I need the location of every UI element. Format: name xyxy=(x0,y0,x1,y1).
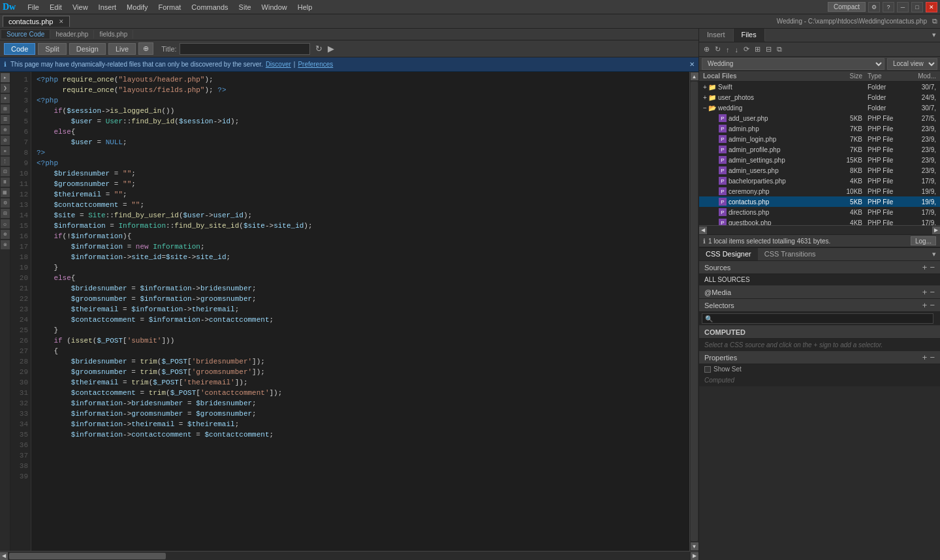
sidebar-icon-14[interactable]: ⊟ xyxy=(1,209,10,218)
sidebar-icon-17[interactable]: ⊗ xyxy=(1,240,10,249)
list-item[interactable]: P admin_users.php 8KB PHP File 23/9, xyxy=(699,165,940,176)
file-tab-fields[interactable]: fields.php xyxy=(94,30,133,39)
sidebar-icon-8[interactable]: ≡ xyxy=(1,146,10,155)
sidebar-icon-15[interactable]: ☺ xyxy=(1,219,10,228)
code-button[interactable]: Code xyxy=(4,43,35,55)
sidebar-icon-4[interactable]: ⊞ xyxy=(1,104,10,114)
title-input[interactable] xyxy=(180,43,310,55)
menu-site[interactable]: Site xyxy=(234,2,257,12)
minimize-button[interactable]: ─ xyxy=(897,2,909,12)
media-add-icon[interactable]: + xyxy=(922,287,928,297)
sources-remove-icon[interactable]: − xyxy=(930,262,935,272)
panel-options-icon[interactable]: ▾ xyxy=(928,29,940,42)
source-code-label[interactable]: Source Code xyxy=(1,30,50,39)
sidebar-icon-16[interactable]: ⊕ xyxy=(1,230,10,239)
sidebar-icon-1[interactable]: ▸ xyxy=(1,73,10,82)
tab-insert[interactable]: Insert xyxy=(699,29,734,42)
close-button[interactable]: ✕ xyxy=(926,2,937,12)
app-settings-icon[interactable]: ⚙ xyxy=(868,2,880,12)
properties-add-icon[interactable]: + xyxy=(922,352,928,362)
selectors-remove-icon[interactable]: − xyxy=(930,300,935,310)
menu-window[interactable]: Window xyxy=(257,2,292,12)
refresh-icon[interactable]: ↻ xyxy=(315,44,322,54)
sidebar-icon-11[interactable]: Ⅲ xyxy=(1,178,10,187)
help-icon[interactable]: ? xyxy=(883,2,894,12)
media-remove-icon[interactable]: − xyxy=(930,287,935,297)
sidebar-icon-2[interactable]: ❯ xyxy=(1,84,10,93)
maximize-button[interactable]: □ xyxy=(911,2,923,12)
sidebar-icon-12[interactable]: ▦ xyxy=(1,188,10,197)
files-hscroll[interactable]: ◀ ▶ xyxy=(699,225,940,234)
menu-file[interactable]: File xyxy=(22,2,44,12)
list-item[interactable]: P admin_login.php 7KB PHP File 23/9, xyxy=(699,134,940,144)
list-item[interactable]: P bachelorparties.php 4KB PHP File 17/9, xyxy=(699,176,940,186)
sidebar-icon-13[interactable]: ⚙ xyxy=(1,198,10,208)
sidebar-icon-10[interactable]: ⊡ xyxy=(1,167,10,176)
list-item[interactable]: + 📁 user_photos Folder 24/9, xyxy=(699,92,940,102)
selectors-add-icon[interactable]: + xyxy=(922,300,928,310)
files-up-icon[interactable]: ↑ xyxy=(724,45,732,54)
file-tab-header[interactable]: header.php xyxy=(50,30,94,39)
files-server-icon[interactable]: ⊞ xyxy=(753,44,762,54)
all-sources-row[interactable]: ALL SOURCES xyxy=(699,274,940,286)
sidebar-icon-9[interactable]: ⋮ xyxy=(1,157,10,166)
discover-link[interactable]: Discover xyxy=(266,61,291,68)
menu-commands[interactable]: Commands xyxy=(186,2,233,12)
sidebar-icon-5[interactable]: ☰ xyxy=(1,115,10,124)
files-expand-icon[interactable]: ⧉ xyxy=(775,44,784,54)
files-connect-icon[interactable]: ⊕ xyxy=(702,44,712,54)
selectors-search[interactable] xyxy=(702,313,933,324)
tab-close-icon[interactable]: ✕ xyxy=(59,18,64,25)
css-designer-tab[interactable]: CSS Designer xyxy=(699,248,758,260)
type-header: Type xyxy=(868,72,913,80)
css-panel-options[interactable]: ▾ xyxy=(928,248,940,260)
sidebar-icon-3[interactable]: ✦ xyxy=(1,94,10,103)
live-button[interactable]: Live xyxy=(108,43,136,55)
list-item[interactable]: P admin_profile.php 7KB PHP File 23/9, xyxy=(699,144,940,155)
list-item[interactable]: P add_user.php 5KB PHP File 27/5, xyxy=(699,113,940,123)
preferences-link[interactable]: Preferences xyxy=(298,61,333,68)
info-close-icon[interactable]: ✕ xyxy=(689,61,695,68)
files-sync-icon[interactable]: ⟳ xyxy=(742,44,751,54)
file-tree[interactable]: + 📁 Swift Folder 30/7, + 📁 user_photos F… xyxy=(699,82,940,225)
compact-button[interactable]: Compact xyxy=(828,2,866,12)
split-button[interactable]: Split xyxy=(38,43,66,55)
active-tab[interactable]: contactus.php ✕ xyxy=(3,16,70,27)
vertical-scrollbar[interactable]: ▲ ▼ xyxy=(689,72,698,551)
sidebar-icon-7[interactable]: ⊘ xyxy=(1,136,10,145)
files-refresh-icon[interactable]: ↻ xyxy=(713,44,723,54)
sidebar-icon-6[interactable]: ⊕ xyxy=(1,125,10,134)
menu-format[interactable]: Format xyxy=(153,2,187,12)
view-select[interactable]: Local view xyxy=(887,58,937,70)
menu-modify[interactable]: Modify xyxy=(121,2,153,12)
properties-remove-icon[interactable]: − xyxy=(930,352,935,362)
tab-files[interactable]: Files xyxy=(734,29,765,42)
preview-icon[interactable]: ▶ xyxy=(328,44,334,54)
files-lock-icon[interactable]: ⊟ xyxy=(764,44,774,54)
menu-edit[interactable]: Edit xyxy=(44,2,67,12)
design-button[interactable]: Design xyxy=(69,43,106,55)
list-item-contactus[interactable]: P contactus.php 5KB PHP File 19/9, xyxy=(699,196,940,207)
list-item[interactable]: P directions.php 4KB PHP File 17/9, xyxy=(699,207,940,217)
folder-icon: 📂 xyxy=(708,104,716,112)
menu-view[interactable]: View xyxy=(67,2,93,12)
folder-icon: 📁 xyxy=(708,94,716,101)
list-item[interactable]: P admin.php 7KB PHP File 23/9, xyxy=(699,123,940,134)
list-item[interactable]: + 📁 Swift Folder 30/7, xyxy=(699,82,940,92)
horizontal-scrollbar[interactable]: ◀ ▶ xyxy=(0,551,698,560)
log-button[interactable]: Log... xyxy=(911,236,936,245)
sources-add-icon[interactable]: + xyxy=(922,262,928,272)
list-item[interactable]: P ceremony.php 10KB PHP File 19/9, xyxy=(699,186,940,196)
code-content[interactable]: <?php require_once("layouts/header.php")… xyxy=(31,72,689,551)
show-set-checkbox[interactable] xyxy=(704,366,711,373)
menu-help[interactable]: Help xyxy=(292,2,318,12)
popout-icon[interactable]: ⧉ xyxy=(932,17,937,25)
menu-insert[interactable]: Insert xyxy=(93,2,122,12)
inspect-icon[interactable]: ⊕ xyxy=(138,42,153,55)
list-item[interactable]: P admin_settings.php 15KB PHP File 23/9, xyxy=(699,155,940,165)
files-down-icon[interactable]: ↓ xyxy=(733,45,741,54)
site-select[interactable]: Wedding xyxy=(702,58,885,70)
list-item[interactable]: − 📂 wedding Folder 30/7, xyxy=(699,102,940,113)
list-item[interactable]: P guestbook.php 4KB PHP File 17/9, xyxy=(699,217,940,225)
css-transitions-tab[interactable]: CSS Transitions xyxy=(758,248,822,260)
